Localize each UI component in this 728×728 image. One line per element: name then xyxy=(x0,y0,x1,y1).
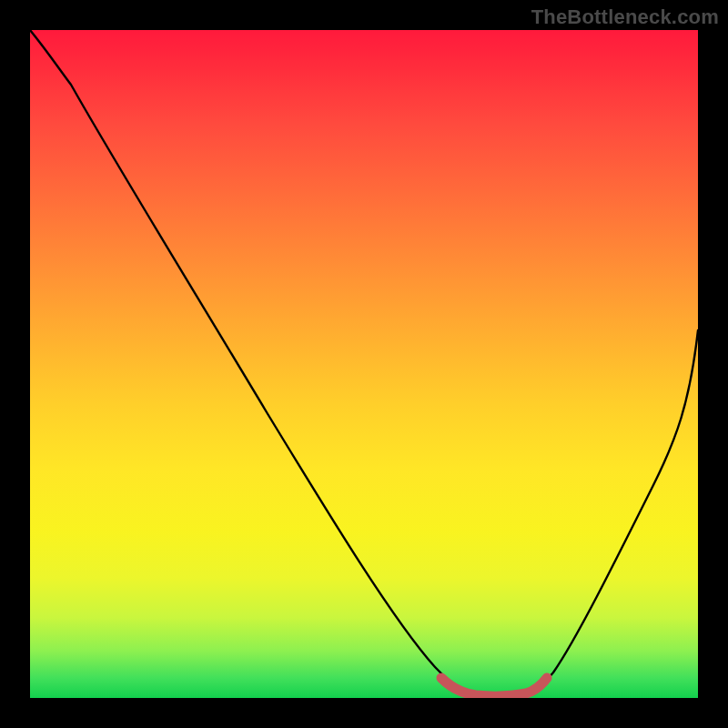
plot-area xyxy=(30,30,698,698)
bottleneck-curve-path xyxy=(30,30,698,696)
optimal-band-path xyxy=(441,678,547,696)
bottleneck-curve-svg xyxy=(30,30,698,698)
chart-frame: TheBottleneck.com xyxy=(0,0,728,728)
watermark-text: TheBottleneck.com xyxy=(531,5,719,29)
